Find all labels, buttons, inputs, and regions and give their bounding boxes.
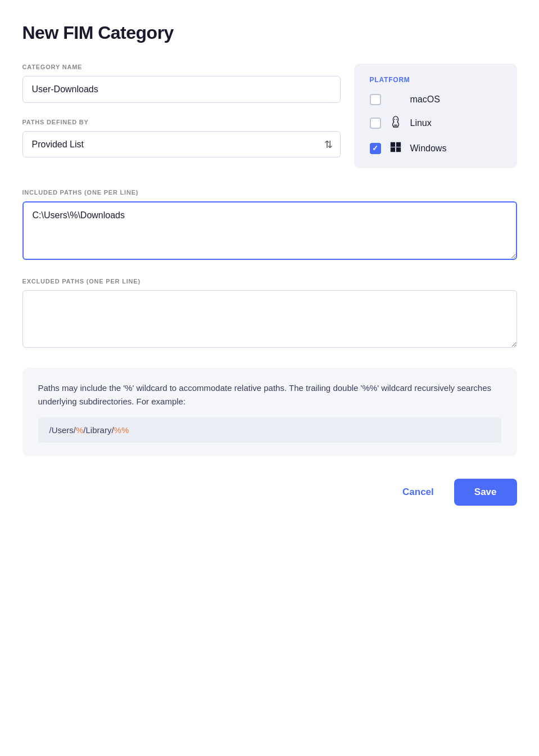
paths-defined-label: PATHS DEFINED BY (22, 119, 341, 125)
svg-point-1 (396, 119, 397, 120)
excluded-paths-textarea[interactable] (22, 290, 517, 348)
example-box: /Users/%/Library/%% (38, 417, 501, 443)
category-name-label: CATEGORY NAME (22, 64, 341, 70)
example-prefix: /Users/ (49, 425, 76, 435)
svg-rect-4 (390, 147, 395, 152)
paths-defined-section: PATHS DEFINED BY Provided List Custom Sc… (22, 119, 341, 158)
svg-rect-5 (396, 147, 400, 152)
excluded-paths-label: EXCLUDED PATHS (ONE PER LINE) (22, 278, 517, 285)
svg-rect-3 (396, 142, 400, 147)
cancel-button[interactable]: Cancel (391, 480, 445, 505)
included-paths-textarea[interactable]: C:\Users\%\Downloads (22, 201, 517, 260)
linux-icon (389, 115, 402, 130)
category-name-section: CATEGORY NAME (22, 64, 341, 103)
macos-checkbox[interactable] (370, 94, 381, 105)
top-row: CATEGORY NAME PATHS DEFINED BY Provided … (22, 64, 517, 173)
info-text: Paths may include the '%' wildcard to ac… (38, 381, 501, 408)
platform-item-windows: Windows (370, 141, 501, 156)
windows-checkbox[interactable] (370, 143, 381, 154)
paths-defined-select[interactable]: Provided List Custom Script (22, 131, 341, 158)
linux-checkbox[interactable] (370, 118, 381, 129)
platform-item-macos: macOS (370, 94, 501, 105)
footer-actions: Cancel Save (22, 479, 517, 506)
linux-label: Linux (410, 118, 432, 128)
excluded-paths-section: EXCLUDED PATHS (ONE PER LINE) (22, 278, 517, 350)
category-name-input[interactable] (22, 76, 341, 103)
included-paths-label: INCLUDED PATHS (ONE PER LINE) (22, 189, 517, 196)
form-container: New FIM Category CATEGORY NAME PATHS DEF… (22, 22, 517, 506)
svg-rect-2 (390, 142, 395, 147)
windows-icon (389, 141, 402, 156)
info-box: Paths may include the '%' wildcard to ac… (22, 368, 517, 456)
page-title: New FIM Category (22, 22, 517, 43)
example-wildcard1: % (76, 425, 83, 435)
left-column: CATEGORY NAME PATHS DEFINED BY Provided … (22, 64, 341, 173)
platform-item-linux: Linux (370, 115, 501, 130)
platform-panel: PLATFORM macOS Linux (354, 64, 517, 168)
platform-label: PLATFORM (370, 76, 501, 84)
windows-label: Windows (410, 143, 447, 154)
save-button[interactable]: Save (454, 479, 517, 506)
macos-label: macOS (410, 94, 440, 105)
paths-defined-wrapper: Provided List Custom Script ⇅ (22, 131, 341, 158)
svg-point-0 (394, 119, 395, 120)
included-paths-section: INCLUDED PATHS (ONE PER LINE) C:\Users\%… (22, 189, 517, 262)
example-wildcard2: %% (114, 425, 129, 435)
example-middle: /Library/ (83, 425, 114, 435)
